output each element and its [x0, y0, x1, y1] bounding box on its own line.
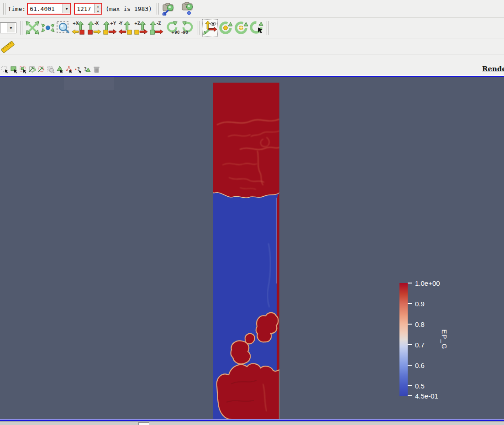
- colorbar[interactable]: [399, 283, 408, 396]
- view-minus-x-icon: -X: [87, 20, 102, 36]
- interactive-select-points-button[interactable]: [65, 65, 74, 74]
- view-minus-z-icon: -Z: [149, 20, 164, 36]
- legend-tick: 0.8: [408, 320, 425, 328]
- legend-tick-max: 1.0e+00: [408, 279, 440, 287]
- svg-text:-90: -90: [181, 30, 188, 35]
- representation-combobox[interactable]: ▼: [0, 22, 16, 33]
- camera-add-button[interactable]: [180, 0, 196, 17]
- interactive-select-cells-button[interactable]: [56, 65, 64, 74]
- zoom-to-data-button[interactable]: [40, 19, 56, 37]
- view-sheen: [64, 77, 114, 90]
- time-combobox[interactable]: 61.4001 ▼: [28, 4, 70, 14]
- chevron-down-icon[interactable]: ▼: [63, 4, 70, 13]
- tick-mark: [408, 303, 412, 304]
- svg-text:-Z: -Z: [157, 21, 161, 26]
- select-cells-through-icon: [29, 66, 37, 73]
- tick-mark: [408, 385, 412, 386]
- svg-text:+Z: +Z: [134, 21, 140, 26]
- hover-cells-icon: ?: [84, 66, 91, 73]
- zoom-to-selection-icon: [47, 66, 55, 73]
- toolbar-grip[interactable]: [157, 3, 159, 15]
- orientation-axes-toggle[interactable]: [202, 19, 218, 37]
- toolbar-grip[interactable]: [20, 21, 22, 35]
- max-frame-label: (max is 1983): [105, 5, 152, 12]
- tick-mark: [408, 365, 412, 366]
- reset-camera-button[interactable]: [25, 19, 40, 37]
- hover-cells-button[interactable]: ?: [83, 65, 92, 74]
- tick-mark: [408, 395, 412, 396]
- view-plus-y-icon: +Y: [103, 20, 117, 36]
- frame-highlight-box: 1217 ▲ ▼: [74, 3, 102, 15]
- time-label: Time:: [8, 5, 26, 12]
- time-toolbar: Time: 61.4001 ▼ 1217 ▲ ▼ (max is 1983): [0, 0, 504, 18]
- legend-title: EP_G: [441, 321, 448, 358]
- hover-points-button[interactable]: ?: [74, 65, 83, 74]
- zoom-to-box-icon: [56, 21, 71, 35]
- select-points-through-button[interactable]: [37, 65, 46, 74]
- simulation-column[interactable]: [213, 83, 279, 419]
- select-cells-on-button[interactable]: [1, 65, 10, 74]
- ruler-icon: [0, 40, 15, 54]
- rotate-cursor-icon: [249, 21, 264, 35]
- svg-text:+90: +90: [171, 30, 179, 35]
- rotate-90-ccw-button[interactable]: -90: [180, 19, 195, 37]
- spin-up-icon[interactable]: ▲: [94, 4, 101, 9]
- clear-selection-icon: [93, 66, 100, 73]
- view-plus-y-button[interactable]: +Y: [102, 19, 118, 37]
- view-minus-z-button[interactable]: -Z: [149, 19, 164, 37]
- zoom-to-box-button[interactable]: [56, 19, 71, 37]
- fluid-red-top-region: [213, 83, 279, 198]
- select-points-through-icon: [38, 66, 46, 73]
- render-view-title[interactable]: Rende: [482, 65, 504, 73]
- interactive-select-points-icon: [65, 66, 73, 73]
- tick-mark: [408, 283, 412, 283]
- select-points-on-icon: [20, 66, 27, 73]
- time-highlight-box: 61.4001 ▼: [27, 3, 71, 15]
- frame-value: 1217: [75, 5, 94, 12]
- selection-toolbar: ? ?: [0, 63, 504, 75]
- toolbar-grip[interactable]: [3, 3, 5, 15]
- camera-adjust-button[interactable]: [161, 0, 177, 17]
- ruler-button[interactable]: [0, 40, 16, 54]
- frame-spinbox[interactable]: 1217 ▲ ▼: [75, 4, 101, 14]
- empty-strip: [0, 54, 504, 63]
- clear-selection-button[interactable]: [92, 65, 101, 74]
- toolbar-grip[interactable]: [267, 21, 269, 35]
- view-minus-y-button[interactable]: -Y: [118, 19, 133, 37]
- tick-mark: [408, 344, 412, 345]
- zoom-to-data-icon: [41, 21, 55, 35]
- select-cells-through-button[interactable]: [28, 65, 37, 74]
- view-minus-y-icon: -Y: [118, 20, 133, 36]
- chevron-down-icon[interactable]: ▼: [7, 23, 15, 32]
- rotate-90-ccw-icon: -90: [180, 20, 195, 36]
- legend-tick: 0.9: [408, 300, 425, 307]
- toolbar-grip[interactable]: [198, 21, 200, 35]
- view-plus-z-button[interactable]: +Z: [133, 19, 149, 37]
- pick-center-button[interactable]: [233, 19, 249, 37]
- view-minus-x-button[interactable]: -X: [87, 19, 102, 37]
- orientation-axes-eye-icon: [203, 21, 217, 35]
- time-value: 61.4001: [28, 5, 63, 12]
- svg-text:-Y: -Y: [119, 21, 123, 26]
- camera-toolbar: ▼ +X -X: [0, 18, 504, 38]
- bottom-widget-edge: [138, 422, 149, 425]
- rotate-cursor-button[interactable]: [249, 19, 264, 37]
- pick-center-icon: [234, 21, 248, 35]
- select-points-on-button[interactable]: [19, 65, 28, 74]
- ruler-toolbar: [0, 38, 504, 54]
- hover-points-icon: ?: [74, 66, 82, 73]
- svg-text:+Y: +Y: [110, 21, 116, 26]
- view-plus-z-icon: +Z: [134, 20, 148, 36]
- rotate-around-center-button[interactable]: [218, 19, 233, 37]
- tick-mark: [408, 324, 412, 325]
- render-viewport[interactable]: 1.0e+00 0.9 0.8 0.7 0.6 0.5 4.5e-01 EP_G: [0, 77, 504, 419]
- reset-camera-icon: [25, 21, 40, 35]
- interactive-select-cells-icon: [56, 66, 64, 73]
- rotate-90-cw-icon: +90: [165, 20, 179, 36]
- rotate-90-cw-button[interactable]: +90: [164, 19, 180, 37]
- spin-down-icon[interactable]: ▼: [94, 9, 101, 14]
- zoom-to-selection-button[interactable]: [47, 65, 55, 74]
- select-cells-surface-icon: [10, 66, 18, 73]
- view-plus-x-button[interactable]: +X: [71, 19, 87, 37]
- select-cells-surface-button[interactable]: [10, 65, 19, 74]
